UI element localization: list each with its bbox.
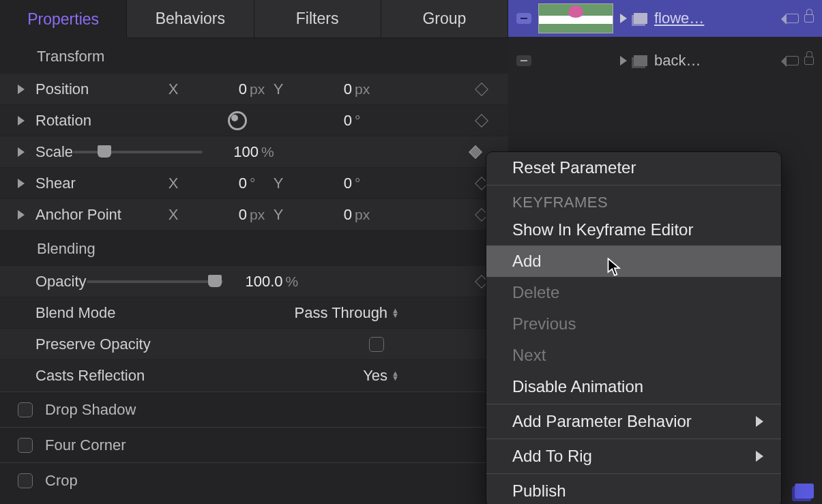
select-stepper-icon: ▲▼ <box>392 308 399 318</box>
row-anchor-point: Anchor Point X 0 px Y 0 px <box>0 199 508 231</box>
label-preserve-opacity: Preserve Opacity <box>35 336 199 353</box>
menu-add-keyframe[interactable]: Add <box>486 246 781 277</box>
submenu-arrow-icon <box>756 416 763 427</box>
label-drop-shadow: Drop Shadow <box>45 401 136 419</box>
layer-name[interactable]: back… <box>654 52 701 70</box>
row-casts-reflection: Casts Reflection Yes ▲▼ <box>0 360 508 391</box>
blend-mode-select[interactable]: Pass Through ▲▼ <box>295 304 399 322</box>
crop-checkbox[interactable] <box>18 473 33 488</box>
visibility-toggle-icon[interactable] <box>516 13 531 24</box>
menu-show-keyframe-editor[interactable]: Show In Keyframe Editor <box>486 214 781 246</box>
position-y-value[interactable]: 0 <box>287 80 352 98</box>
axis-y-label: Y <box>270 206 287 224</box>
label-blend-mode: Blend Mode <box>35 304 165 322</box>
row-scale: Scale 100 % ⌄ <box>0 136 508 168</box>
row-preserve-opacity: Preserve Opacity <box>0 329 508 360</box>
menu-separator <box>486 439 781 439</box>
rotation-dial[interactable] <box>228 111 247 130</box>
menu-publish[interactable]: Publish <box>486 475 781 504</box>
opacity-slider[interactable] <box>87 280 223 283</box>
anchor-y-unit: px <box>352 207 375 223</box>
group-icon <box>634 55 647 66</box>
disclosure-icon[interactable] <box>620 14 627 23</box>
row-opacity: Opacity 100.0 % <box>0 266 508 297</box>
lock-icon[interactable] <box>804 14 814 23</box>
row-position: Position X 0 px Y 0 px <box>0 74 508 105</box>
anchor-x-unit: px <box>247 207 270 223</box>
menu-add-parameter-behavior[interactable]: Add Parameter Behavior <box>486 406 781 437</box>
position-x-value[interactable]: 0 <box>181 80 247 98</box>
lock-icon[interactable] <box>804 57 814 65</box>
slider-knob-icon[interactable] <box>208 275 222 287</box>
scale-slider[interactable] <box>73 151 203 153</box>
disclosure-icon[interactable] <box>18 85 25 94</box>
timeline-layer[interactable]: back… <box>508 42 822 79</box>
tag-icon[interactable] <box>787 14 799 23</box>
anchor-y-value[interactable]: 0 <box>287 206 352 224</box>
row-shear: Shear X 0 ° Y 0 ° <box>0 168 508 199</box>
menu-separator <box>486 404 781 404</box>
menu-add-to-rig[interactable]: Add To Rig <box>486 441 781 472</box>
axis-x-label: X <box>165 175 181 192</box>
keyframe-icon[interactable] <box>475 114 488 128</box>
disclosure-icon[interactable] <box>18 147 25 157</box>
four-corner-checkbox[interactable] <box>18 438 33 453</box>
casts-reflection-select[interactable]: Yes ▲▼ <box>363 367 399 385</box>
section-blending-title: Blending <box>0 231 508 266</box>
layer-name[interactable]: flowe… <box>654 10 704 27</box>
rotation-value[interactable]: 0 <box>287 112 352 130</box>
submenu-arrow-icon <box>756 451 763 462</box>
axis-y-label: Y <box>270 80 287 98</box>
section-transform-title: Transform <box>0 38 508 74</box>
select-stepper-icon: ▲▼ <box>392 371 399 381</box>
label-four-corner: Four Corner <box>45 436 126 454</box>
drop-shadow-checkbox[interactable] <box>18 402 33 417</box>
menu-previous-keyframe: Previous <box>486 308 781 340</box>
preserve-opacity-checkbox[interactable] <box>369 337 384 352</box>
position-y-unit: px <box>352 81 375 98</box>
label-position: Position <box>35 80 165 98</box>
menu-keyframes-header: KEYFRAMES <box>486 187 781 214</box>
slider-knob-icon[interactable] <box>98 145 111 158</box>
shear-y-value[interactable]: 0 <box>287 175 352 192</box>
row-blend-mode: Blend Mode Pass Through ▲▼ <box>0 297 508 329</box>
inspector-panel: Properties Behaviors Filters Group Trans… <box>0 0 508 504</box>
keyframe-icon[interactable] <box>475 83 488 96</box>
group-icon <box>634 13 647 24</box>
tab-behaviors[interactable]: Behaviors <box>127 0 254 38</box>
disclosure-icon[interactable] <box>18 116 25 125</box>
tab-group[interactable]: Group <box>381 0 508 38</box>
menu-delete-keyframe: Delete <box>486 277 781 308</box>
menu-reset-parameter[interactable]: Reset Parameter <box>486 152 781 183</box>
tab-filters[interactable]: Filters <box>254 0 381 38</box>
row-drop-shadow: Drop Shadow <box>0 391 508 427</box>
label-shear: Shear <box>35 175 165 192</box>
visibility-toggle-icon[interactable] <box>516 55 531 66</box>
keyframe-icon[interactable] <box>469 145 482 159</box>
opacity-value[interactable]: 100.0 <box>229 273 283 291</box>
label-casts-reflection: Casts Reflection <box>35 367 165 385</box>
row-four-corner: Four Corner <box>0 427 508 462</box>
label-scale: Scale <box>35 143 73 161</box>
scale-value[interactable]: 100 <box>208 143 259 161</box>
tag-icon[interactable] <box>787 56 799 65</box>
tab-properties[interactable]: Properties <box>0 0 127 38</box>
blend-mode-value: Pass Through <box>295 304 388 322</box>
menu-separator <box>486 185 781 186</box>
shear-x-value[interactable]: 0 <box>181 175 247 192</box>
rotation-unit: ° <box>352 113 375 129</box>
shear-x-unit: ° <box>247 175 270 192</box>
scale-unit: % <box>259 144 282 160</box>
menu-next-keyframe: Next <box>486 340 781 371</box>
menu-disable-animation[interactable]: Disable Animation <box>486 371 781 402</box>
label-opacity: Opacity <box>35 273 87 291</box>
row-crop: Crop <box>0 462 508 498</box>
disclosure-icon[interactable] <box>18 210 25 220</box>
axis-y-label: Y <box>270 175 287 192</box>
timeline-mode-icon[interactable] <box>795 484 814 499</box>
axis-x-label: X <box>165 80 181 98</box>
timeline-layer-selected[interactable]: flowe… <box>508 0 822 37</box>
disclosure-icon[interactable] <box>18 179 25 188</box>
disclosure-icon[interactable] <box>620 56 627 65</box>
anchor-x-value[interactable]: 0 <box>181 206 247 224</box>
